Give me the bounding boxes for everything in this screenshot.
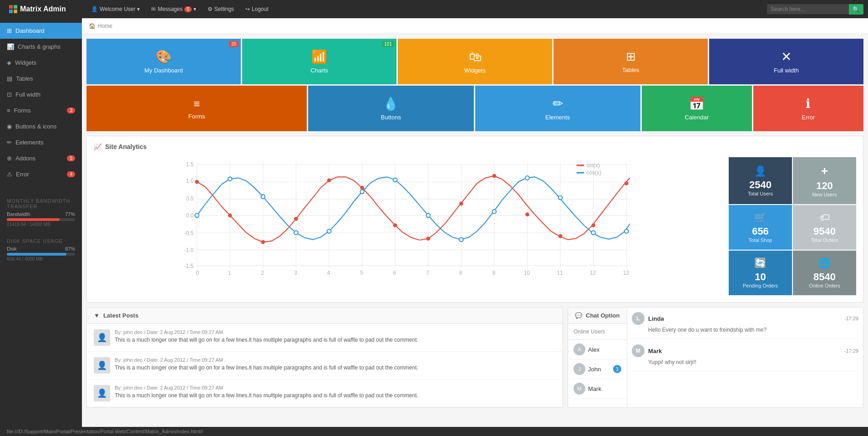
user-item-john[interactable]: J John 3: [568, 359, 627, 379]
search-input[interactable]: [767, 4, 849, 14]
analytics-title: Site Analytics: [105, 143, 147, 150]
disk-label: Disk: [7, 246, 16, 251]
tile-error[interactable]: ℹ Error: [753, 86, 863, 131]
mark-avatar: M: [632, 344, 645, 357]
bandwidth-fill: [7, 218, 60, 221]
tile-forms[interactable]: ≡ Forms: [86, 86, 307, 131]
sidebar-item-charts[interactable]: 📊 Charts & graphs: [0, 39, 82, 55]
orders-stat-icon: 🏷: [820, 212, 830, 224]
cos-dot: [426, 214, 430, 218]
cos-dot: [294, 231, 298, 235]
stat-total-shop: 🛒 656 Total Shop: [729, 205, 792, 250]
tiles-row2: ≡ Forms 💧 Buttons ✏ Elements 📅 Calendar …: [86, 86, 863, 131]
sidebar-item-error[interactable]: ⚠ Error 4: [0, 166, 82, 182]
brand-name-light: Admin: [41, 5, 66, 13]
post-text-2: This is a much longer one that will go o…: [115, 364, 556, 372]
search-button[interactable]: 🔍: [849, 4, 863, 15]
online-users-panel: 💬 Chat Option Online Users A Alex J Jo: [568, 308, 627, 407]
disk-fill: [7, 253, 66, 256]
sidebar-item-widgets[interactable]: ◈ Widgets: [0, 55, 82, 71]
mark-time: -17:29: [844, 348, 858, 354]
sin-dot: [426, 236, 430, 241]
gear-icon: ⚙: [208, 6, 213, 12]
forms-icon: ≡: [7, 107, 10, 114]
sidebar-label-charts: Charts & graphs: [18, 43, 61, 50]
forms-badge: 3: [67, 108, 75, 113]
tile-tables[interactable]: ⊞ Tables: [553, 39, 708, 84]
elements-icon: ✏: [7, 139, 12, 146]
bandwidth-track: [7, 218, 75, 221]
user-label: Welcome User: [100, 6, 135, 12]
sidebar-item-dashboard[interactable]: ⊞ Dashboard: [0, 23, 82, 39]
svg-text:7: 7: [426, 270, 429, 276]
sin-dot: [459, 202, 463, 206]
sidebar-item-buttons[interactable]: ◉ Buttons & icons: [0, 118, 82, 134]
tile-icon-calendar: 📅: [689, 96, 705, 111]
main-content: 🏠 Home 20 🎨 My Dashboard 101 📶 Charts 🛍 …: [82, 18, 868, 436]
latest-posts-panel: ▼ Latest Posts 👤 By: john deo / Date: 2 …: [86, 307, 563, 408]
cos-dot: [525, 176, 529, 180]
tile-calendar[interactable]: 📅 Calendar: [642, 86, 752, 131]
svg-text:0.5: 0.5: [186, 195, 194, 202]
cos-dot: [492, 210, 497, 214]
cos-dot: [459, 238, 463, 242]
sidebar-item-tables[interactable]: ▤ Tables: [0, 71, 82, 87]
legend-cos-line: [577, 172, 584, 174]
tile-badge-dashboard: 20: [229, 41, 239, 47]
tile-icon-fullwidth: ✕: [781, 49, 792, 64]
tile-buttons[interactable]: 💧 Buttons: [308, 86, 473, 131]
tile-charts[interactable]: 101 📶 Charts: [242, 39, 396, 84]
user-item-alex[interactable]: A Alex: [568, 340, 627, 359]
sidebar-item-elements[interactable]: ✏ Eelements: [0, 134, 82, 150]
tile-label-error: Error: [802, 114, 815, 121]
sin-dot: [195, 180, 199, 184]
user-item-mark[interactable]: M Mark: [568, 379, 627, 399]
messages-badge: 5: [184, 6, 192, 12]
tile-fullwidth[interactable]: ✕ Full width: [709, 39, 863, 84]
legend-sin-line: [577, 164, 584, 166]
settings-button[interactable]: ⚙ Settings: [203, 4, 239, 15]
messages-button[interactable]: ✉ Messages 5 ▾: [147, 4, 200, 15]
tile-icon-buttons: 💧: [383, 96, 399, 111]
messages-dropdown-icon: ▾: [193, 6, 196, 12]
sin-dot: [393, 223, 397, 227]
error-badge: 4: [67, 171, 75, 177]
stat-label-pending: Pending Orders: [743, 283, 778, 288]
disk-detail: 604.44 / 4000 MB: [7, 256, 75, 262]
plus-stat-icon: +: [821, 164, 828, 178]
user-avatar-alex: A: [574, 344, 585, 355]
svg-text:3: 3: [294, 270, 297, 276]
sidebar-item-addons[interactable]: ⊕ Addons 5: [0, 150, 82, 166]
tile-label-fullwidth: Full width: [774, 67, 799, 74]
welcome-user-button[interactable]: 👤 Welcome User ▾: [86, 4, 144, 15]
collapse-icon[interactable]: ▼: [94, 312, 100, 319]
tile-widgets[interactable]: 🛍 Widgets: [398, 39, 552, 84]
tile-elements[interactable]: ✏ Elements: [475, 86, 640, 131]
sidebar-item-fullwidth[interactable]: ⊡ Full width: [0, 87, 82, 103]
stat-total-users: 👤 2540 Total Users: [729, 157, 792, 204]
tables-icon: ▤: [7, 75, 12, 82]
svg-text:11: 11: [557, 270, 563, 276]
stat-num-orders: 9540: [813, 226, 836, 237]
logout-button[interactable]: ↪ Logout: [241, 4, 273, 15]
online-users-header: Online Users: [568, 324, 627, 340]
svg-text:1.5: 1.5: [186, 161, 194, 168]
user-name-alex: Alex: [588, 346, 599, 353]
breadcrumb-home: Home: [98, 23, 112, 29]
tile-label-elements: Elements: [545, 114, 570, 121]
chat-user-linda: L Linda: [632, 312, 664, 325]
post-item-3: 👤 By: john deo / Date: 2 Aug 2012 / Time…: [87, 380, 563, 407]
legend-cos-label: cos(x): [587, 169, 601, 176]
chat-msg-mark: M Mark -17:29 Yuppi! why not sirji!!: [632, 344, 858, 371]
messages-label: Messages: [157, 6, 183, 12]
cos-dot: [624, 229, 629, 233]
line-chart: .axis-label { font-size: 11px; fill: #aa…: [94, 157, 724, 276]
post-content-2: By: john deo / Date: 2 Aug 2012 / Time:0…: [115, 357, 556, 372]
sidebar-item-forms[interactable]: ≡ Forms 3: [0, 103, 82, 118]
tile-dashboard[interactable]: 20 🎨 My Dashboard: [86, 39, 241, 84]
svg-text:1: 1: [228, 270, 231, 276]
stat-online-orders: 🌐 8540 Online Orders: [793, 251, 856, 295]
cos-dot: [228, 177, 232, 181]
svg-text:8: 8: [459, 270, 462, 276]
bandwidth-detail: 21419.94 / 14000 MB: [7, 222, 75, 227]
